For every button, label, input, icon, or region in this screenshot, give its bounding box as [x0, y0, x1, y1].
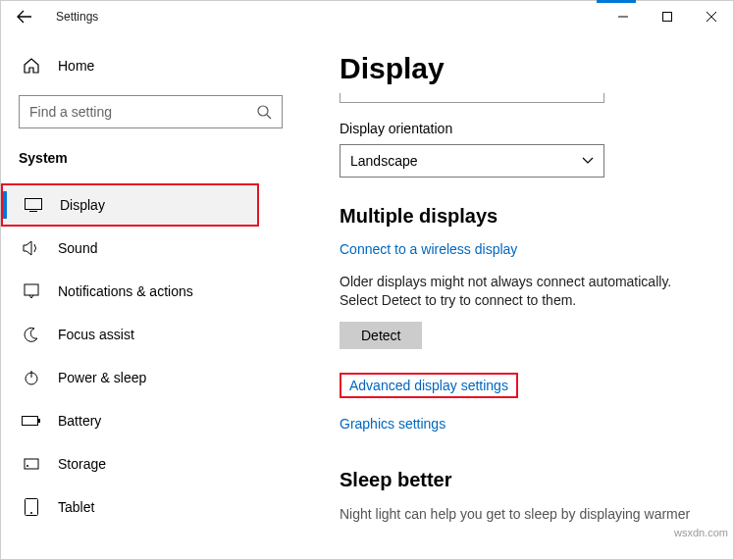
home-label: Home	[58, 58, 94, 74]
sidebar-item-label: Power & sleep	[58, 370, 146, 385]
speaker-icon	[21, 240, 42, 256]
detect-help-text: Older displays might not always connect …	[340, 273, 713, 310]
search-input[interactable]	[29, 104, 256, 120]
window-title: Settings	[56, 10, 98, 24]
svg-point-2	[258, 106, 268, 116]
watermark: wsxdn.com	[674, 527, 728, 538]
graphics-settings-link[interactable]: Graphics settings	[340, 416, 446, 432]
multiple-displays-heading: Multiple displays	[340, 205, 713, 228]
sleep-better-heading: Sleep better	[340, 469, 713, 491]
home-icon	[21, 57, 42, 75]
slider-track[interactable]	[340, 93, 604, 103]
sidebar-item-sound[interactable]: Sound	[1, 227, 310, 270]
svg-point-14	[30, 512, 32, 514]
chevron-down-icon	[582, 157, 594, 165]
monitor-icon	[23, 198, 44, 212]
page-title: Display	[340, 52, 713, 85]
storage-icon	[21, 456, 42, 472]
maximize-icon	[662, 12, 672, 22]
svg-rect-1	[662, 13, 671, 22]
sidebar-item-battery[interactable]: Battery	[1, 399, 310, 442]
detect-button[interactable]: Detect	[340, 322, 422, 349]
titlebar: Settings	[1, 1, 733, 32]
sidebar-item-label: Storage	[58, 456, 106, 472]
svg-line-3	[267, 115, 271, 119]
moon-icon	[21, 327, 42, 342]
power-icon	[21, 370, 42, 385]
sidebar-item-tablet[interactable]: Tablet	[1, 485, 310, 529]
sidebar-category: System	[1, 136, 310, 176]
minimize-icon	[618, 12, 628, 22]
sidebar-item-notifications[interactable]: Notifications & actions	[1, 270, 310, 313]
tablet-icon	[21, 498, 42, 516]
sidebar-item-label: Sound	[58, 240, 97, 256]
minimize-button[interactable]	[601, 2, 645, 31]
content-pane: Display Display orientation Landscape Mu…	[310, 32, 733, 559]
sidebar-item-label: Battery	[58, 413, 101, 429]
sidebar-item-label: Focus assist	[58, 327, 134, 342]
svg-rect-4	[26, 199, 42, 210]
home-nav[interactable]: Home	[1, 44, 310, 87]
sidebar-item-label: Tablet	[58, 499, 94, 515]
back-arrow-icon	[17, 9, 32, 25]
sidebar-item-label: Display	[60, 197, 105, 213]
svg-rect-9	[23, 417, 38, 426]
close-button[interactable]	[689, 2, 733, 31]
orientation-dropdown[interactable]: Landscape	[340, 144, 604, 178]
svg-rect-10	[38, 419, 40, 423]
sidebar: Home System Display	[1, 32, 310, 559]
sidebar-item-focus-assist[interactable]: Focus assist	[1, 313, 310, 356]
notification-icon	[21, 283, 42, 299]
sidebar-item-label: Notifications & actions	[58, 283, 193, 299]
svg-rect-11	[25, 459, 38, 469]
sidebar-item-power-sleep[interactable]: Power & sleep	[1, 356, 310, 399]
advanced-display-link[interactable]: Advanced display settings	[349, 378, 508, 393]
wireless-display-link[interactable]: Connect to a wireless display	[340, 241, 517, 257]
battery-icon	[21, 415, 42, 427]
close-icon	[707, 12, 716, 22]
maximize-button[interactable]	[645, 2, 689, 31]
svg-rect-6	[25, 284, 38, 295]
sleep-help-text: Night light can help you get to sleep by…	[340, 505, 713, 524]
search-icon	[256, 104, 272, 120]
sidebar-item-display[interactable]: Display	[1, 183, 259, 227]
svg-point-12	[26, 465, 28, 467]
sidebar-item-storage[interactable]: Storage	[1, 442, 310, 485]
orientation-label: Display orientation	[340, 121, 713, 136]
orientation-value: Landscape	[350, 153, 418, 169]
back-button[interactable]	[9, 1, 40, 32]
search-box[interactable]	[19, 95, 283, 128]
